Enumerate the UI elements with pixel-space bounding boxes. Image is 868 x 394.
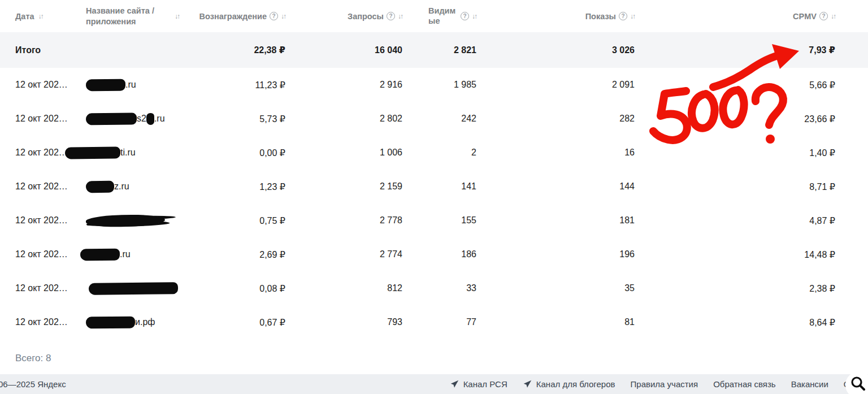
cell-shows: 35 [624,283,635,293]
sort-icon[interactable]: ↓↑ [472,12,476,20]
cell-date: 12 окт 202… [15,80,86,90]
site-name-fragment: ti.ru [120,148,136,158]
cell-reward: 1,23 ₽ [259,181,285,192]
cell-date: 12 окт 202… [15,317,86,327]
cell-cpmv: 8,71 ₽ [809,181,835,192]
column-label: Вознаграждение [199,12,267,21]
redaction-mark [89,282,178,295]
redaction-mark [80,248,120,261]
cell-cpmv: 14,48 ₽ [804,249,835,260]
cell-cpmv: 4,87 ₽ [809,215,835,226]
cell-site-name[interactable]: ti.ru [86,147,219,159]
sort-icon[interactable]: ↓↑ [38,12,43,20]
site-name-fragment: .ru [154,114,165,124]
sort-icon[interactable]: ↓↑ [398,12,402,20]
cell-date: 12 окт 202… [15,283,86,293]
redaction-mark [86,316,135,328]
cell-visible: 33 [466,283,476,293]
sort-icon[interactable]: ↓↑ [630,12,635,20]
column-header-requests[interactable]: Запросы ? ↓↑ [348,12,402,21]
footer-link[interactable]: Правила участия [631,379,698,389]
sort-icon[interactable]: ↓↑ [175,12,179,20]
table-row: 12 окт 202….ru11,23 ₽2 9161 9852 0915,66… [0,68,868,102]
help-icon[interactable]: ? [819,12,828,20]
table-row: 12 окт 202…ti.ru0,00 ₽1 0062161,40 ₽ [0,136,868,170]
table-row: 12 окт 202….ru2,69 ₽2 77418619614,48 ₽ [0,237,868,271]
table-row: 12 окт 202…и.рф0,67 ₽79377818,64 ₽ [0,305,868,339]
totals-row: Итого 22,38 ₽ 16 040 2 821 3 026 7,93 ₽ [0,32,868,68]
footer-link[interactable]: Обратная связь [713,379,776,389]
cell-shows: 196 [619,249,635,259]
footer-bar: 06—2025 Яндекс Канал РСЯКанал для блогер… [0,374,868,394]
footer-link[interactable]: Канал для блогеров [523,379,615,389]
footer-link[interactable]: Канал РСЯ [450,379,507,389]
cell-shows: 16 [624,148,635,158]
cell-site-name[interactable]: и.рф [86,317,219,328]
help-icon[interactable]: ? [461,12,469,20]
redaction-mark [146,112,154,124]
cell-date: 12 окт 202… [15,249,86,259]
cell-date: 12 окт 202… [15,215,86,226]
table-row: 12 окт 202…z.ru1,23 ₽2 1591411448,71 ₽ [0,170,868,204]
search-bubble[interactable] [845,371,868,394]
column-header-shows[interactable]: Показы ? ↓↑ [585,12,635,21]
sort-icon[interactable]: ↓↑ [831,12,835,20]
cell-site-name[interactable] [86,215,219,227]
cell-site-name[interactable]: s2.ru [86,113,219,125]
totals-reward: 22,38 ₽ [254,45,285,55]
footer-link-label: Обратная связь [713,379,776,389]
footer-link-label: Канал РСЯ [463,379,507,389]
column-header-reward[interactable]: Вознаграждение ? ↓↑ [199,12,285,21]
column-header-date[interactable]: Дата ↓↑ [15,12,86,21]
site-name-fragment: .ru [120,249,131,259]
column-header-visible[interactable]: Видимые ? ↓↑ [428,6,476,26]
table-header: Дата ↓↑ Название сайта / приложения ↓↑ В… [0,0,868,32]
column-label: Дата [15,12,34,21]
column-label: CPMV [793,12,817,21]
table-body: 12 окт 202….ru11,23 ₽2 9161 9852 0915,66… [0,68,868,339]
footer-link[interactable]: Вакансии [791,379,828,389]
cell-visible: 242 [461,114,476,124]
cell-reward: 11,23 ₽ [255,80,285,90]
footer-links: Канал РСЯКанал для блогеровПравила участ… [450,379,868,389]
cell-reward: 0,00 ₽ [259,148,285,158]
telegram-icon [450,379,459,389]
column-header-cpmv[interactable]: CPMV ? ↓↑ [793,12,835,21]
help-icon[interactable]: ? [387,12,395,20]
cell-requests: 2 778 [380,215,402,226]
cell-reward: 2,69 ₽ [259,249,285,260]
cell-site-name[interactable]: .ru [86,249,219,261]
cell-shows: 282 [619,114,635,124]
site-name-fragment: .ru [125,80,136,90]
cell-visible: 2 [471,148,476,158]
cell-requests: 2 802 [380,114,402,124]
site-name-fragment: s2 [137,114,146,124]
cell-site-name[interactable] [86,283,219,295]
redaction-mark [86,213,166,228]
table-row: 12 окт 202…0,08 ₽81233352,38 ₽ [0,271,868,305]
footer-link-label: Канал для блогеров [536,379,615,389]
cell-shows: 181 [619,215,635,226]
cell-requests: 2 159 [380,181,402,192]
help-icon[interactable]: ? [270,12,278,20]
cell-reward: 0,67 ₽ [259,317,285,328]
magnifier-icon [849,375,866,392]
cell-visible: 186 [461,249,476,259]
cell-requests: 1 006 [380,148,402,158]
cell-shows: 81 [624,317,635,327]
cell-cpmv: 23,66 ₽ [804,114,835,124]
cell-shows: 2 091 [612,80,635,90]
cell-cpmv: 8,64 ₽ [809,317,835,328]
cell-date: 12 окт 202… [15,181,86,192]
redaction-mark [86,79,125,91]
cell-reward: 0,75 ₽ [259,215,285,226]
cell-site-name[interactable]: .ru [86,79,219,91]
help-icon[interactable]: ? [619,12,627,20]
totals-visible: 2 821 [454,45,476,55]
site-name-fragment: z.ru [114,181,129,192]
cell-reward: 5,73 ₽ [259,114,285,124]
site-name-fragment: и.рф [135,317,155,327]
table-row: 12 окт 202…s2.ru5,73 ₽2 80224228223,66 ₽ [0,102,868,136]
cell-site-name[interactable]: z.ru [86,181,219,193]
sort-icon[interactable]: ↓↑ [281,12,285,20]
